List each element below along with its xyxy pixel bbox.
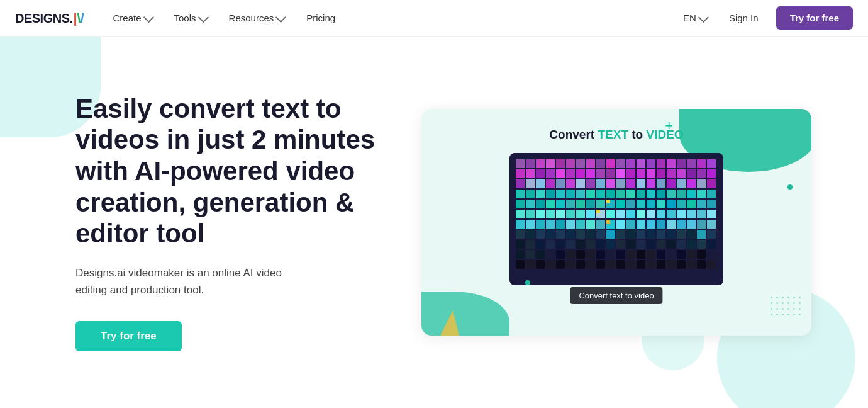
svg-rect-77 — [677, 190, 686, 198]
svg-rect-31 — [616, 169, 625, 178]
svg-rect-124 — [546, 220, 555, 229]
svg-rect-184 — [546, 250, 555, 259]
svg-rect-26 — [566, 169, 575, 178]
svg-rect-54 — [647, 179, 655, 188]
svg-rect-108 — [586, 210, 595, 218]
svg-rect-188 — [586, 250, 595, 259]
svg-rect-197 — [677, 250, 686, 259]
svg-rect-204 — [546, 260, 555, 269]
svg-rect-84 — [546, 200, 555, 208]
svg-rect-161 — [516, 240, 525, 249]
svg-rect-141 — [516, 230, 525, 239]
nav-pricing[interactable]: Pricing — [298, 8, 344, 28]
svg-rect-95 — [657, 200, 665, 208]
svg-rect-121 — [516, 220, 525, 229]
svg-rect-105 — [556, 210, 565, 218]
svg-rect-221 — [606, 200, 610, 203]
svg-rect-183 — [536, 250, 545, 259]
svg-rect-165 — [556, 240, 565, 249]
svg-rect-91 — [616, 200, 625, 208]
svg-rect-173 — [637, 240, 645, 249]
svg-rect-166 — [566, 240, 575, 249]
try-free-nav-button[interactable]: Try for free — [776, 6, 853, 30]
svg-rect-157 — [677, 230, 686, 239]
svg-rect-35 — [657, 169, 665, 178]
svg-rect-7 — [576, 159, 585, 168]
svg-rect-69 — [596, 190, 605, 198]
svg-rect-220 — [707, 260, 716, 269]
svg-rect-110 — [606, 210, 615, 218]
nav-tools[interactable]: Tools — [165, 8, 215, 28]
svg-rect-169 — [596, 240, 605, 249]
svg-rect-63 — [536, 190, 545, 198]
svg-rect-112 — [626, 210, 635, 218]
svg-rect-75 — [657, 190, 665, 198]
pixel-mosaic — [509, 153, 723, 285]
svg-rect-163 — [536, 240, 545, 249]
svg-rect-203 — [536, 260, 545, 269]
svg-rect-70 — [606, 190, 615, 198]
svg-rect-72 — [626, 190, 635, 198]
svg-rect-162 — [526, 240, 535, 249]
card-dot-1 — [787, 184, 793, 190]
svg-rect-167 — [576, 240, 585, 249]
svg-rect-213 — [637, 260, 645, 269]
svg-rect-27 — [576, 169, 585, 178]
nav-resources[interactable]: Resources — [220, 8, 293, 28]
svg-rect-164 — [546, 240, 555, 249]
svg-rect-28 — [586, 169, 595, 178]
svg-rect-209 — [596, 260, 605, 269]
svg-rect-106 — [566, 210, 575, 218]
svg-rect-128 — [586, 220, 595, 229]
svg-rect-218 — [687, 260, 696, 269]
svg-rect-89 — [596, 200, 605, 208]
svg-rect-59 — [697, 179, 706, 188]
try-free-hero-button[interactable]: Try for free — [75, 321, 182, 351]
svg-rect-133 — [637, 220, 645, 229]
svg-rect-160 — [707, 230, 716, 239]
svg-rect-97 — [677, 200, 686, 208]
logo[interactable]: DESIGNS.|\/ — [15, 10, 84, 26]
svg-rect-185 — [556, 250, 565, 259]
svg-rect-149 — [596, 230, 605, 239]
svg-rect-168 — [586, 240, 595, 249]
svg-rect-32 — [626, 169, 635, 178]
svg-rect-41 — [516, 179, 525, 188]
svg-rect-198 — [687, 250, 696, 259]
svg-rect-40 — [707, 169, 716, 178]
scatter-dots — [771, 297, 802, 317]
svg-rect-60 — [707, 179, 716, 188]
svg-rect-82 — [526, 200, 535, 208]
card-convert-label: Convert TEXT to VIDEO — [549, 128, 683, 142]
svg-rect-114 — [647, 210, 655, 218]
svg-rect-87 — [576, 200, 585, 208]
svg-rect-208 — [586, 260, 595, 269]
hero-left: Easily convert text to videos in just 2 … — [75, 93, 390, 351]
hero-right: + Convert TEXT to VIDEO — [415, 109, 818, 336]
nav-right: EN Sign In Try for free — [678, 6, 853, 30]
svg-rect-137 — [677, 220, 686, 229]
svg-rect-146 — [566, 230, 575, 239]
svg-rect-80 — [707, 190, 716, 198]
svg-rect-76 — [667, 190, 676, 198]
card-dot-2 — [525, 280, 530, 285]
nav-create[interactable]: Create — [104, 8, 160, 28]
sign-in-button[interactable]: Sign In — [721, 9, 766, 27]
svg-rect-38 — [687, 169, 696, 178]
svg-rect-13 — [637, 159, 645, 168]
svg-rect-16 — [667, 159, 676, 168]
svg-rect-99 — [697, 200, 706, 208]
svg-rect-21 — [516, 169, 525, 178]
svg-rect-45 — [556, 179, 565, 188]
hero-title: Easily convert text to videos in just 2 … — [75, 93, 390, 249]
language-selector[interactable]: EN — [678, 9, 711, 27]
svg-rect-138 — [687, 220, 696, 229]
svg-rect-155 — [657, 230, 665, 239]
svg-rect-88 — [586, 200, 595, 208]
svg-rect-136 — [667, 220, 676, 229]
chevron-down-icon — [143, 12, 153, 23]
svg-rect-190 — [606, 250, 615, 259]
svg-rect-46 — [566, 179, 575, 188]
svg-rect-3 — [536, 159, 545, 168]
svg-rect-36 — [667, 169, 676, 178]
